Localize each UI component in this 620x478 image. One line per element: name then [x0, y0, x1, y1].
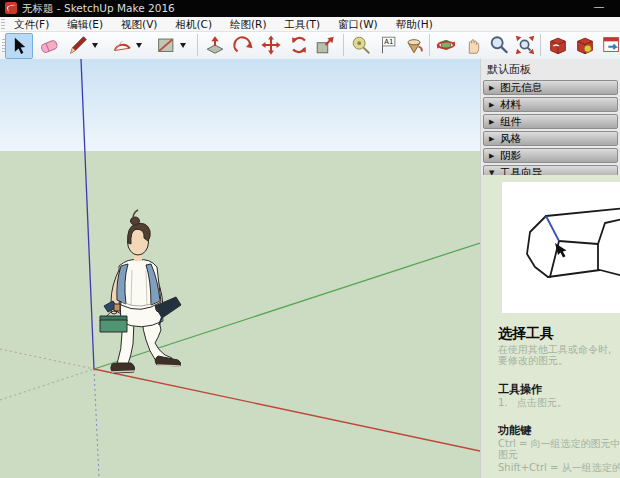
window-title: 无标题 - SketchUp Make 2016 [22, 2, 175, 16]
chevron-right-icon: ▶ [489, 135, 500, 143]
chevron-right-icon: ▶ [489, 152, 500, 160]
pan-tool-button[interactable] [461, 33, 485, 57]
instructor-operation-heading: 工具操作 [498, 382, 542, 397]
rectangle-tool-button[interactable] [154, 33, 178, 57]
svg-text:A1: A1 [384, 38, 393, 46]
paint-bucket-tool-button[interactable] [402, 33, 426, 57]
menu-view[interactable]: 视图(V) [112, 17, 166, 31]
pan-hand-icon [462, 34, 484, 56]
sketchup-window: 无标题 - SketchUp Make 2016 — 文件(F) 编辑(E) 视… [0, 0, 620, 478]
arc-protractor-icon [111, 34, 133, 56]
instructor-key-line: Shift+Ctrl = 从一组选定的 [498, 462, 620, 473]
share-model-button[interactable] [600, 33, 620, 57]
instructor-illustration [502, 182, 620, 313]
scale-icon [314, 34, 336, 56]
arc-tool-button[interactable] [110, 33, 134, 57]
sketchup-logo-icon [5, 2, 17, 14]
toolbar: A1 [0, 32, 620, 60]
menu-edit[interactable]: 编辑(E) [58, 17, 112, 31]
extension-warehouse-icon [574, 34, 596, 56]
toolbar-separator [197, 34, 198, 56]
tape-measure-tool-button[interactable] [349, 33, 373, 57]
menu-draw[interactable]: 绘图(R) [221, 17, 276, 31]
green-axis-negative [0, 369, 94, 400]
tape-measure-icon [350, 34, 372, 56]
move-icon [260, 34, 282, 56]
follow-me-tool-button[interactable] [231, 33, 255, 57]
toolbar-separator [540, 34, 541, 56]
instructor-heading: 选择工具 [498, 325, 554, 343]
instructor-operation-step: 1. 点击图元。 [498, 397, 567, 408]
menu-file[interactable]: 文件(F) [5, 17, 58, 31]
menu-camera[interactable]: 相机(C) [166, 17, 221, 31]
zoom-magnifier-icon [488, 34, 510, 56]
extension-warehouse-button[interactable] [573, 33, 597, 57]
toolbar-separator [429, 34, 430, 56]
paint-bucket-icon [403, 34, 425, 56]
toolbar-separator [343, 34, 344, 56]
rotate-icon [288, 34, 310, 56]
menu-help[interactable]: 帮助(H) [387, 17, 442, 31]
pencil-icon [67, 34, 89, 56]
instructor-intro-line: 在使用其他工具或命令时, [498, 344, 611, 355]
rectangle-icon [155, 34, 177, 56]
3d-warehouse-icon [547, 34, 569, 56]
instructor-key-line: Ctrl = 向一组选定的图元中 [498, 438, 620, 449]
instructor-key-line: 图元 [498, 449, 518, 460]
rectangle-tool-dropdown[interactable] [180, 43, 186, 48]
section-materials[interactable]: ▶ 材料 [483, 97, 618, 112]
drawing-axes [0, 59, 480, 478]
zoom-tool-button[interactable] [487, 33, 511, 57]
default-tray-panel: 默认面板 ▶ 图元信息 ▶ 材料 ▶ 组件 ▶ 风格 ▶ 阴影 ▼ 工具向导 [480, 59, 620, 478]
orbit-icon [435, 34, 457, 56]
line-tool-button[interactable] [66, 33, 90, 57]
section-shadows[interactable]: ▶ 阴影 [483, 148, 618, 163]
move-tool-button[interactable] [259, 33, 283, 57]
person-figure[interactable] [100, 210, 181, 373]
zoom-extents-icon [514, 34, 536, 56]
eraser-tool-button[interactable] [37, 33, 61, 57]
text-label-icon: A1 [377, 34, 399, 56]
rotate-tool-button[interactable] [287, 33, 311, 57]
panel-title: 默认面板 [481, 59, 620, 79]
push-pull-icon [204, 34, 226, 56]
red-axis [94, 369, 480, 451]
select-tool-button[interactable] [5, 33, 33, 59]
section-components[interactable]: ▶ 组件 [483, 114, 618, 129]
menu-window[interactable]: 窗口(W) [329, 17, 387, 31]
house-illustration-icon [502, 182, 620, 313]
instructor-intro-line: 要修改的图元。 [498, 355, 568, 366]
follow-me-icon [232, 34, 254, 56]
arc-tool-dropdown[interactable] [136, 43, 142, 48]
viewport-canvas [0, 59, 480, 478]
section-entity-info[interactable]: ▶ 图元信息 [483, 80, 618, 95]
red-axis-negative [0, 349, 94, 369]
chevron-right-icon: ▶ [489, 101, 500, 109]
text-tool-button[interactable]: A1 [376, 33, 400, 57]
section-styles[interactable]: ▶ 风格 [483, 131, 618, 146]
select-cursor-icon [9, 36, 29, 56]
3d-warehouse-button[interactable] [546, 33, 570, 57]
menu-bar: 文件(F) 编辑(E) 视图(V) 相机(C) 绘图(R) 工具(T) 窗口(W… [0, 17, 620, 32]
chevron-right-icon: ▶ [489, 84, 500, 92]
chevron-right-icon: ▶ [489, 118, 500, 126]
push-pull-tool-button[interactable] [203, 33, 227, 57]
minimize-button[interactable]: — [590, 1, 608, 15]
orbit-tool-button[interactable] [434, 33, 458, 57]
blue-axis [81, 59, 94, 369]
title-bar: 无标题 - SketchUp Make 2016 — [0, 0, 620, 17]
model-viewport[interactable] [0, 59, 480, 478]
instructor-keys-heading: 功能键 [498, 423, 531, 438]
eraser-icon [38, 34, 60, 56]
blue-axis-negative [94, 369, 99, 478]
instructor-panel: 选择工具 在使用其他工具或命令时, 要修改的图元。 工具操作 1. 点击图元。 … [481, 175, 620, 478]
scale-tool-button[interactable] [313, 33, 337, 57]
menu-tools[interactable]: 工具(T) [275, 17, 329, 31]
line-tool-dropdown[interactable] [92, 43, 98, 48]
share-model-icon [601, 34, 620, 56]
zoom-extents-tool-button[interactable] [513, 33, 537, 57]
